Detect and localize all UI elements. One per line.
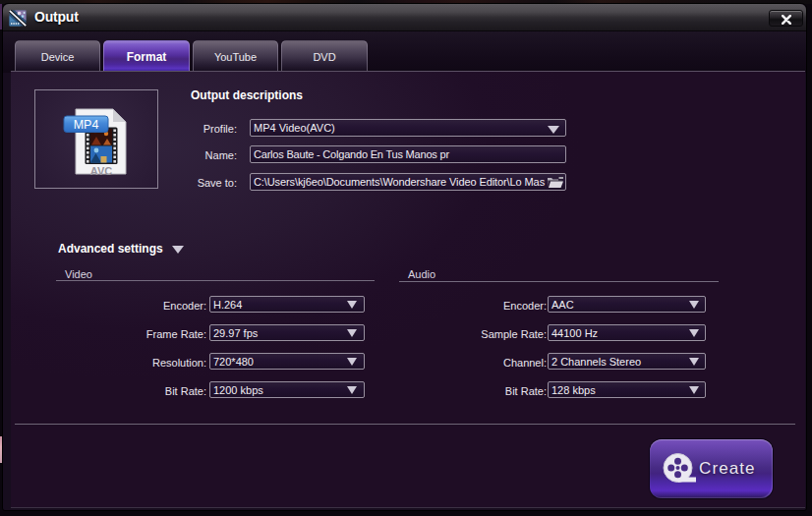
svg-text:MP4: MP4: [74, 118, 99, 132]
svg-text:AVC: AVC: [90, 165, 112, 177]
